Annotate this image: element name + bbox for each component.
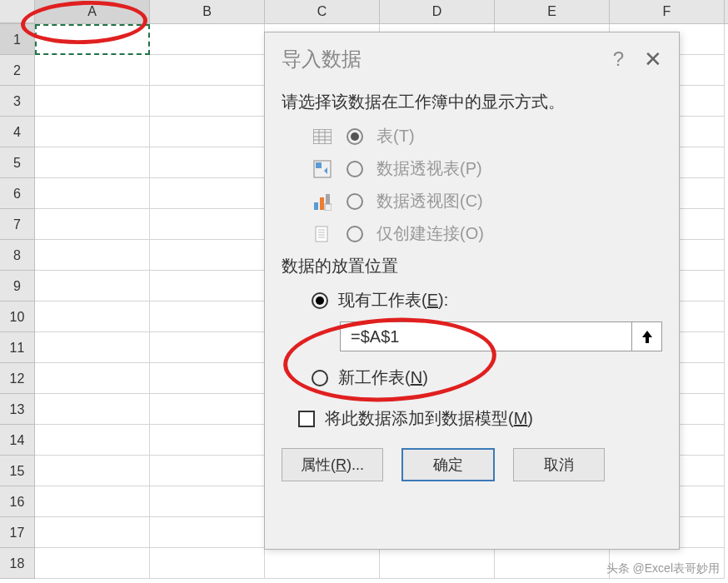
row-header-1[interactable]: 1 xyxy=(0,24,35,55)
cell[interactable] xyxy=(35,394,150,425)
col-header-d[interactable]: D xyxy=(380,0,495,23)
radio-new-sheet[interactable] xyxy=(312,370,328,386)
add-to-model-checkbox[interactable] xyxy=(298,411,315,427)
table-icon xyxy=(312,126,333,147)
cell[interactable] xyxy=(495,548,610,579)
row-header-14[interactable]: 14 xyxy=(0,425,35,456)
close-icon[interactable]: ✕ xyxy=(644,47,662,72)
cell[interactable] xyxy=(35,86,150,117)
row-header-13[interactable]: 13 xyxy=(0,394,35,425)
radio-existing-sheet[interactable] xyxy=(312,292,328,309)
option-table: 表(T) xyxy=(282,125,662,147)
cell[interactable] xyxy=(150,548,265,579)
cell[interactable] xyxy=(150,363,265,394)
col-header-e[interactable]: E xyxy=(495,0,610,23)
cell[interactable] xyxy=(35,117,150,147)
cell[interactable] xyxy=(150,425,265,456)
row-header-15[interactable]: 15 xyxy=(0,456,35,486)
option-new-sheet[interactable]: 新工作表(N) xyxy=(282,366,662,389)
svg-rect-8 xyxy=(314,202,318,210)
add-to-model-label: 将此数据添加到数据模型(M) xyxy=(325,407,533,430)
cell[interactable] xyxy=(150,147,265,178)
cell[interactable] xyxy=(35,209,150,240)
cell[interactable] xyxy=(150,517,265,548)
option-connection-only: 仅创建连接(O) xyxy=(282,222,662,245)
row-header-4[interactable]: 4 xyxy=(0,117,35,147)
cell[interactable] xyxy=(35,363,150,394)
cell[interactable] xyxy=(35,332,150,363)
cell[interactable] xyxy=(150,486,265,517)
pivot-chart-icon xyxy=(312,191,333,212)
placement-label: 数据的放置位置 xyxy=(282,255,662,277)
cell[interactable] xyxy=(150,301,265,332)
svg-rect-7 xyxy=(316,162,322,168)
col-header-c[interactable]: C xyxy=(265,0,380,23)
cell[interactable] xyxy=(35,548,150,579)
cell[interactable] xyxy=(150,456,265,486)
radio-connection-only xyxy=(347,226,363,242)
cell[interactable] xyxy=(150,209,265,240)
cell[interactable] xyxy=(150,117,265,147)
cell[interactable] xyxy=(35,240,150,271)
cell[interactable] xyxy=(150,86,265,117)
cell[interactable] xyxy=(35,486,150,517)
display-mode-label: 请选择该数据在工作簿中的显示方式。 xyxy=(282,91,662,113)
connection-icon xyxy=(312,223,333,245)
add-to-model-row[interactable]: 将此数据添加到数据模型(M) xyxy=(282,407,662,430)
col-header-b[interactable]: B xyxy=(150,0,265,23)
cell[interactable] xyxy=(150,240,265,271)
row-header-6[interactable]: 6 xyxy=(0,178,35,209)
cell[interactable] xyxy=(35,456,150,486)
cell-reference-input[interactable] xyxy=(340,321,632,351)
option-pivot-table-label: 数据透视表(P) xyxy=(376,157,482,180)
collapse-dialog-button[interactable] xyxy=(632,321,662,351)
column-headers: A B C D E F xyxy=(0,0,728,24)
import-data-dialog: 导入数据 ? ✕ 请选择该数据在工作簿中的显示方式。 表(T) 数据透视表(P) xyxy=(264,32,680,550)
cell[interactable] xyxy=(35,271,150,301)
option-existing-sheet[interactable]: 现有工作表(E): xyxy=(282,289,662,311)
cell[interactable] xyxy=(150,271,265,301)
row-header-18[interactable]: 18 xyxy=(0,548,35,579)
cell[interactable] xyxy=(35,147,150,178)
cell[interactable] xyxy=(35,55,150,86)
row-header-11[interactable]: 11 xyxy=(0,332,35,363)
dialog-title: 导入数据 xyxy=(282,46,362,72)
pivot-table-icon xyxy=(312,158,333,180)
row-header-7[interactable]: 7 xyxy=(0,209,35,240)
option-pivot-table: 数据透视表(P) xyxy=(282,157,662,180)
row-header-2[interactable]: 2 xyxy=(0,55,35,86)
cell[interactable] xyxy=(150,332,265,363)
select-all-corner[interactable] xyxy=(0,0,35,23)
row-header-5[interactable]: 5 xyxy=(0,147,35,178)
radio-pivot-table xyxy=(347,161,363,177)
cell[interactable] xyxy=(150,178,265,209)
row-header-17[interactable]: 17 xyxy=(0,517,35,548)
col-header-f[interactable]: F xyxy=(610,0,725,23)
row-header-9[interactable]: 9 xyxy=(0,271,35,301)
cell[interactable] xyxy=(35,517,150,548)
option-pivot-chart-label: 数据透视图(C) xyxy=(376,190,483,212)
option-pivot-chart: 数据透视图(C) xyxy=(282,190,662,212)
col-header-a[interactable]: A xyxy=(35,0,150,23)
cell[interactable] xyxy=(150,55,265,86)
properties-button[interactable]: 属性(R)... xyxy=(282,448,383,481)
ok-button[interactable]: 确定 xyxy=(401,448,495,481)
cell[interactable] xyxy=(265,548,380,579)
row-header-3[interactable]: 3 xyxy=(0,86,35,117)
cell[interactable] xyxy=(380,548,495,579)
row-header-8[interactable]: 8 xyxy=(0,240,35,271)
svg-rect-12 xyxy=(316,227,327,242)
row-header-10[interactable]: 10 xyxy=(0,301,35,332)
cell[interactable] xyxy=(150,24,265,55)
cell[interactable] xyxy=(35,178,150,209)
cell[interactable] xyxy=(150,394,265,425)
row-header-16[interactable]: 16 xyxy=(0,486,35,517)
cancel-button[interactable]: 取消 xyxy=(513,448,605,481)
cell[interactable] xyxy=(35,425,150,456)
row-header-12[interactable]: 12 xyxy=(0,363,35,394)
help-icon[interactable]: ? xyxy=(613,47,624,71)
cell[interactable] xyxy=(35,301,150,332)
radio-table xyxy=(347,128,363,145)
cell[interactable] xyxy=(35,24,150,55)
svg-rect-11 xyxy=(325,204,332,211)
